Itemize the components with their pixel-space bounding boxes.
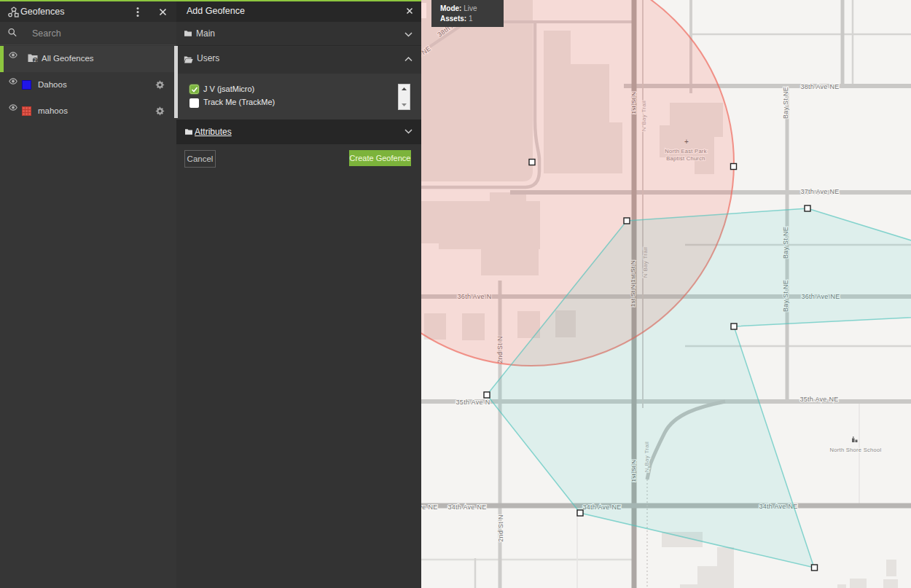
svg-text:34th Ave NE: 34th Ave NE: [447, 503, 486, 511]
svg-text:North Shore School: North Shore School: [830, 447, 882, 453]
svg-text:35th Ave NE: 35th Ave NE: [799, 396, 838, 403]
svg-text:37th Ave NE: 37th Ave NE: [800, 188, 839, 195]
svg-text:34th Ave NE: 34th Ave NE: [421, 503, 438, 511]
svg-text:35th Ave N: 35th Ave N: [456, 399, 490, 406]
svg-text:38th Ave NE: 38th Ave NE: [800, 83, 839, 90]
svg-text:Bay St NE: Bay St NE: [782, 87, 789, 119]
svg-text:2nd St N: 2nd St N: [497, 514, 504, 541]
svg-text:2: 2: [34, 58, 36, 63]
